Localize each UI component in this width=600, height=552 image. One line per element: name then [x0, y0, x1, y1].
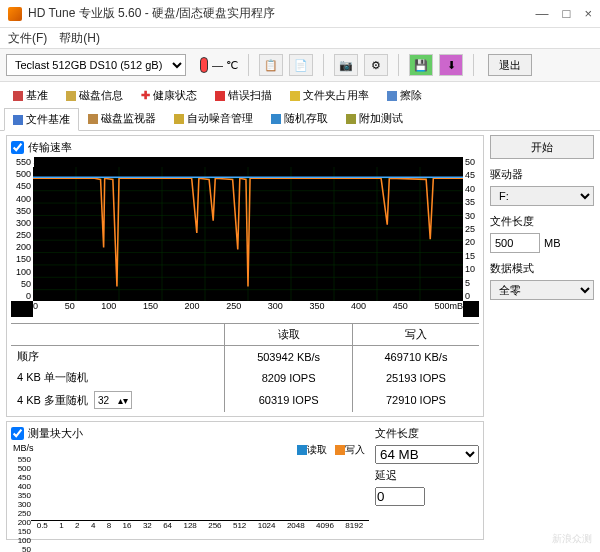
- block-size-panel: 测量块大小 MB/s 读取 写入 55050045040035030025020…: [6, 421, 484, 540]
- tab-benchmark[interactable]: 基准: [4, 84, 57, 107]
- datamode-label: 数据模式: [490, 261, 594, 276]
- exit-button[interactable]: 退出: [488, 54, 532, 76]
- transfer-rate-checkbox[interactable]: [11, 141, 24, 154]
- screenshot-button[interactable]: 📷: [334, 54, 358, 76]
- datamode-select[interactable]: 全零: [490, 280, 594, 300]
- chart-y-axis: 550500450400350300250200150100500: [11, 157, 33, 301]
- block-size-chart: MB/s 读取 写入 55050045040035030025020015010…: [11, 443, 369, 535]
- tab-random-access[interactable]: 随机存取: [262, 107, 337, 130]
- row-sequential: 顺序: [11, 346, 225, 368]
- menu-file[interactable]: 文件(F): [8, 30, 47, 46]
- chart-plot-area: [33, 167, 463, 301]
- drive-label: 驱动器: [490, 167, 594, 182]
- filelen2-select[interactable]: 64 MB: [375, 445, 479, 464]
- tab-aam[interactable]: 自动噪音管理: [165, 107, 262, 130]
- copy-text-button[interactable]: 📋: [259, 54, 283, 76]
- block-size-checkbox[interactable]: [11, 427, 24, 440]
- chart-x-axis: 050100150200250300350400450500mB: [33, 301, 463, 317]
- maximize-button[interactable]: □: [563, 6, 571, 21]
- options-button[interactable]: ⚙: [364, 54, 388, 76]
- filelen2-label: 文件长度: [375, 426, 479, 441]
- col-write: 写入: [352, 324, 479, 346]
- side-panel: 开始 驱动器 F: 文件长度 MB 数据模式 全零: [490, 135, 594, 540]
- temp-value: — ℃: [212, 59, 238, 72]
- transfer-rate-chart: MB/s ms 55050045040035030025020015010050…: [11, 157, 479, 317]
- save-button[interactable]: 💾: [409, 54, 433, 76]
- tab-info[interactable]: 磁盘信息: [57, 84, 132, 107]
- tab-disk-monitor[interactable]: 磁盘监视器: [79, 107, 165, 130]
- start-button[interactable]: 开始: [490, 135, 594, 159]
- row-4k-single: 4 KB 单一随机: [11, 367, 225, 388]
- drive-letter-select[interactable]: F:: [490, 186, 594, 206]
- toolbar: Teclast 512GB DS10 (512 gB) — ℃ 📋 📄 📷 ⚙ …: [0, 48, 600, 82]
- app-icon: [8, 7, 22, 21]
- copy-shot-button[interactable]: 📄: [289, 54, 313, 76]
- watermark: 新浪众测: [552, 532, 592, 546]
- filelen-label: 文件长度: [490, 214, 594, 229]
- chart2-y-label: MB/s: [13, 443, 34, 453]
- drive-select[interactable]: Teclast 512GB DS10 (512 gB): [6, 54, 186, 76]
- col-read: 读取: [225, 324, 352, 346]
- queue-depth-spinner[interactable]: 32▴▾: [94, 391, 132, 409]
- tab-extra-tests[interactable]: 附加测试: [337, 107, 412, 130]
- tab-folder-usage[interactable]: 文件夹占用率: [281, 84, 378, 107]
- tab-health[interactable]: ✚健康状态: [132, 84, 206, 107]
- tab-strip: 基准 磁盘信息 ✚健康状态 错误扫描 文件夹占用率 擦除 文件基准 磁盘监视器 …: [0, 82, 600, 131]
- menu-help[interactable]: 帮助(H): [59, 30, 100, 46]
- delay-input[interactable]: [375, 487, 425, 506]
- delay-label: 延迟: [375, 468, 479, 483]
- close-button[interactable]: ×: [584, 6, 592, 21]
- minimize-button[interactable]: —: [536, 6, 549, 21]
- titlebar: HD Tune 专业版 5.60 - 硬盘/固态硬盘实用程序 — □ ×: [0, 0, 600, 28]
- transfer-rate-label: 传输速率: [28, 140, 72, 155]
- transfer-rate-panel: 传输速率 MB/s ms 550500450400350300250200150…: [6, 135, 484, 417]
- tab-file-benchmark[interactable]: 文件基准: [4, 108, 79, 131]
- thermometer-icon: [200, 57, 208, 73]
- window-title: HD Tune 专业版 5.60 - 硬盘/固态硬盘实用程序: [28, 5, 536, 22]
- chart2-x-axis: 0.512481632641282565121024204840968192: [31, 521, 369, 535]
- menubar: 文件(F) 帮助(H): [0, 28, 600, 48]
- load-button[interactable]: ⬇: [439, 54, 463, 76]
- tab-erase[interactable]: 擦除: [378, 84, 431, 107]
- chart2-bars: [31, 455, 369, 520]
- chart-y2-axis: 50454035302520151050: [463, 157, 479, 301]
- results-table: 读取写入 顺序503942 KB/s469710 KB/s 4 KB 单一随机8…: [11, 323, 479, 412]
- filelen-input[interactable]: [490, 233, 540, 253]
- row-4k-multi: 4 KB 多重随机 32▴▾: [11, 388, 225, 412]
- temperature-display: — ℃: [200, 57, 238, 73]
- chart2-y-axis: 550500450400350300250200150100500: [11, 455, 31, 521]
- block-size-label: 测量块大小: [28, 426, 83, 441]
- tab-error-scan[interactable]: 错误扫描: [206, 84, 281, 107]
